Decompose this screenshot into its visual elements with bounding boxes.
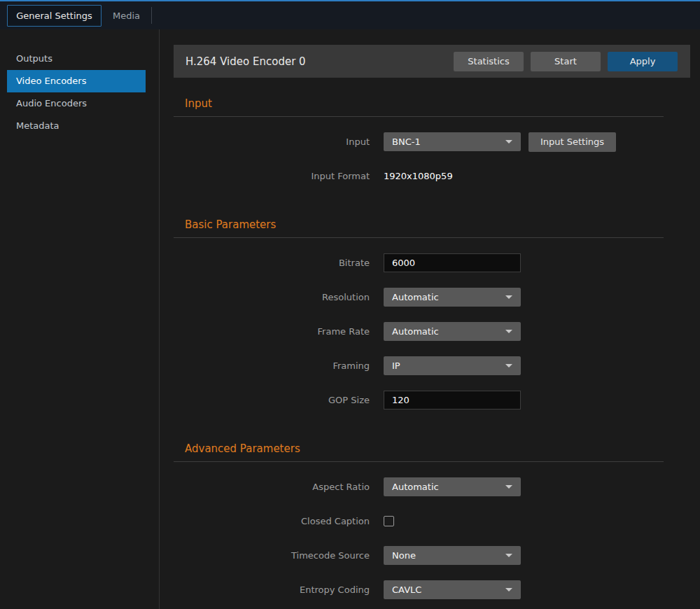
section-divider bbox=[174, 461, 664, 462]
timecode-source-dropdown[interactable]: None bbox=[384, 546, 521, 565]
sidebar: Outputs Video Encoders Audio Encoders Me… bbox=[0, 29, 160, 609]
chevron-down-icon bbox=[505, 295, 512, 299]
closed-caption-label: Closed Caption bbox=[174, 516, 370, 526]
aspect-ratio-row: Aspect Ratio Automatic bbox=[174, 477, 664, 496]
resolution-dropdown[interactable]: Automatic bbox=[384, 288, 521, 307]
basic-parameters-section: Basic Parameters Bitrate Resolution Auto… bbox=[174, 218, 664, 410]
bitrate-label: Bitrate bbox=[174, 258, 370, 268]
framing-row: Framing IP bbox=[174, 356, 664, 375]
basic-parameters-heading: Basic Parameters bbox=[174, 218, 664, 232]
section-divider bbox=[174, 116, 664, 117]
input-format-row: Input Format 1920x1080p59 bbox=[174, 167, 664, 186]
entropy-coding-dropdown-value: CAVLC bbox=[392, 584, 421, 595]
gop-size-label: GOP Size bbox=[174, 395, 370, 405]
advanced-parameters-heading: Advanced Parameters bbox=[174, 442, 664, 456]
aspect-ratio-label: Aspect Ratio bbox=[174, 482, 370, 492]
tab-general-settings[interactable]: General Settings bbox=[7, 5, 102, 27]
page-title: H.264 Video Encoder 0 bbox=[186, 55, 454, 68]
advanced-parameters-section: Advanced Parameters Aspect Ratio Automat… bbox=[174, 442, 664, 599]
chevron-down-icon bbox=[505, 554, 512, 557]
entropy-coding-row: Entropy Coding CAVLC bbox=[174, 580, 664, 599]
frame-rate-label: Frame Rate bbox=[174, 326, 370, 337]
closed-caption-row: Closed Caption bbox=[174, 512, 664, 531]
timecode-source-label: Timecode Source bbox=[174, 550, 370, 561]
frame-rate-row: Frame Rate Automatic bbox=[174, 322, 664, 341]
frame-rate-dropdown-value: Automatic bbox=[392, 326, 439, 337]
top-tab-bar: General Settings Media bbox=[0, 0, 700, 29]
statistics-button[interactable]: Statistics bbox=[454, 52, 524, 71]
bitrate-input[interactable] bbox=[384, 253, 521, 272]
sidebar-item-metadata[interactable]: Metadata bbox=[7, 115, 146, 137]
sidebar-item-video-encoders[interactable]: Video Encoders bbox=[7, 70, 146, 92]
gop-size-row: GOP Size bbox=[174, 391, 664, 410]
input-section-heading: Input bbox=[174, 97, 664, 111]
apply-button[interactable]: Apply bbox=[608, 52, 678, 71]
tab-media-label: Media bbox=[113, 10, 140, 21]
sidebar-item-audio-encoders[interactable]: Audio Encoders bbox=[7, 92, 146, 115]
input-format-label: Input Format bbox=[174, 171, 370, 181]
entropy-coding-label: Entropy Coding bbox=[174, 584, 370, 595]
aspect-ratio-dropdown-value: Automatic bbox=[392, 482, 439, 492]
resolution-label: Resolution bbox=[174, 292, 370, 302]
encoder-header: H.264 Video Encoder 0 Statistics Start A… bbox=[174, 45, 690, 78]
gop-size-input[interactable] bbox=[384, 391, 521, 410]
chevron-down-icon bbox=[505, 485, 512, 489]
input-settings-button[interactable]: Input Settings bbox=[528, 132, 616, 152]
tab-general-settings-label: General Settings bbox=[16, 10, 92, 21]
resolution-dropdown-value: Automatic bbox=[392, 292, 439, 302]
framing-dropdown-value: IP bbox=[392, 360, 400, 371]
aspect-ratio-dropdown[interactable]: Automatic bbox=[384, 477, 521, 496]
start-button[interactable]: Start bbox=[531, 52, 601, 71]
chevron-down-icon bbox=[505, 140, 512, 144]
chevron-down-icon bbox=[505, 588, 512, 592]
timecode-source-row: Timecode Source None bbox=[174, 546, 664, 565]
input-dropdown[interactable]: BNC-1 bbox=[384, 132, 521, 151]
input-section: Input Input BNC-1 Input Settings Input F… bbox=[174, 97, 664, 186]
frame-rate-dropdown[interactable]: Automatic bbox=[384, 322, 521, 341]
closed-caption-checkbox[interactable] bbox=[384, 516, 394, 526]
section-divider bbox=[174, 237, 664, 238]
input-label: Input bbox=[174, 136, 370, 147]
tab-media[interactable]: Media bbox=[102, 5, 151, 27]
resolution-row: Resolution Automatic bbox=[174, 288, 664, 307]
tab-separator bbox=[151, 7, 152, 24]
input-format-value: 1920x1080p59 bbox=[384, 171, 453, 181]
framing-dropdown[interactable]: IP bbox=[384, 356, 521, 375]
chevron-down-icon bbox=[505, 330, 512, 333]
chevron-down-icon bbox=[505, 364, 512, 368]
main-content: H.264 Video Encoder 0 Statistics Start A… bbox=[174, 29, 700, 609]
input-row: Input BNC-1 Input Settings bbox=[174, 132, 664, 151]
input-dropdown-value: BNC-1 bbox=[392, 136, 421, 147]
framing-label: Framing bbox=[174, 360, 370, 371]
bitrate-row: Bitrate bbox=[174, 253, 664, 272]
timecode-source-dropdown-value: None bbox=[392, 550, 416, 561]
entropy-coding-dropdown[interactable]: CAVLC bbox=[384, 580, 521, 599]
sidebar-item-outputs[interactable]: Outputs bbox=[7, 48, 146, 70]
